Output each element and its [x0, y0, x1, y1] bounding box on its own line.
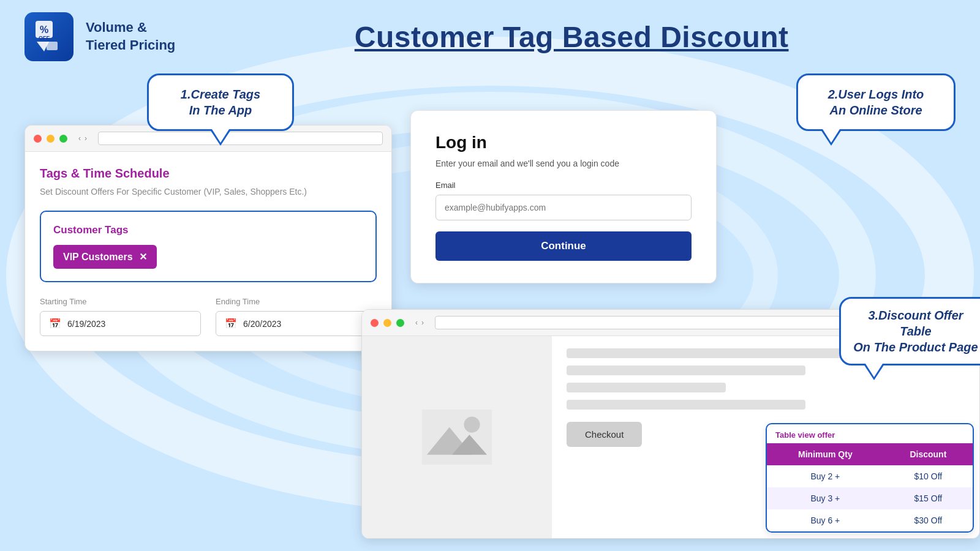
row3-qty: Buy 6 +: [767, 509, 884, 531]
table-offer-label: Table view offer: [767, 424, 973, 443]
dot-green: [59, 135, 67, 143]
row3-discount: $30 Off: [884, 509, 973, 531]
starting-time-input[interactable]: 📅 6/19/2023: [40, 311, 201, 336]
skeleton-3: [567, 383, 726, 392]
table-row: Buy 2 + $10 Off: [767, 465, 973, 487]
tag-chip-label: VIP Customers: [63, 252, 133, 263]
dot-green-2: [396, 319, 404, 327]
skeleton-4: [567, 400, 805, 410]
row2-discount: $15 Off: [884, 487, 973, 509]
col-min-qty: Minimum Qty: [767, 443, 884, 465]
tags-area: VIP Customers ✕: [53, 245, 363, 269]
starting-time-value: 6/19/2023: [67, 319, 105, 329]
row2-qty: Buy 3 +: [767, 487, 884, 509]
col-discount: Discount: [884, 443, 973, 465]
window-body: Tags & Time Schedule Set Discount Offers…: [25, 152, 391, 351]
discount-table: Minimum Qty Discount Buy 2 + $10 Off: [767, 443, 973, 531]
page-title: Customer Tag Based Discount: [187, 20, 956, 54]
ending-time-value: 6/20/2023: [243, 319, 281, 329]
app-window: ‹ › Tags & Time Schedule Set Discount Of…: [24, 125, 392, 351]
table-row: Buy 6 + $30 Off: [767, 509, 973, 531]
dot-yellow-2: [383, 319, 391, 327]
calendar-icon-end: 📅: [225, 318, 237, 329]
bubble1-text: 1.Create TagsIn The App: [166, 86, 275, 118]
starting-time-label: Starting Time: [40, 297, 201, 306]
discount-table-header: Minimum Qty Discount: [767, 443, 973, 465]
dot-red: [34, 135, 42, 143]
vip-tag-chip[interactable]: VIP Customers ✕: [53, 245, 157, 269]
logo-text: Volume & Tiered Pricing: [86, 19, 175, 54]
starting-time-field: Starting Time 📅 6/19/2023: [40, 297, 201, 336]
dot-red-2: [371, 319, 379, 327]
tag-remove-icon[interactable]: ✕: [139, 251, 147, 263]
bubble2-text: 2.User Logs IntoAn Online Store: [813, 86, 939, 118]
bubble3-text: 3.Discount Offer TableOn The Product Pag…: [853, 307, 978, 355]
nav-back-2[interactable]: ‹: [415, 318, 418, 327]
url-bar: [98, 132, 383, 145]
right-panel: 2.User Logs IntoAn Online Store Log in E…: [410, 73, 956, 551]
section-subtitle: Set Discount Offers For Specific Custome…: [40, 186, 377, 198]
ending-time-field: Ending Time 📅 6/20/2023: [216, 297, 377, 336]
login-panel: Log in Enter your email and we'll send y…: [410, 110, 717, 283]
speech-bubble-2: 2.User Logs IntoAn Online Store: [796, 73, 956, 131]
svg-point-9: [464, 416, 480, 432]
skeleton-2: [567, 365, 805, 375]
row1-qty: Buy 2 +: [767, 465, 884, 487]
checkout-button[interactable]: Checkout: [567, 422, 642, 447]
left-panel: 1.Create TagsIn The App ‹ › Tags & Time …: [24, 73, 392, 551]
section-title: Tags & Time Schedule: [40, 167, 377, 181]
nav-back[interactable]: ‹: [78, 134, 81, 143]
product-body: Checkout Table view offer Minimum Qty Di…: [362, 336, 979, 538]
svg-rect-7: [47, 42, 58, 50]
login-title: Log in: [435, 133, 692, 152]
product-right: Checkout Table view offer Minimum Qty Di…: [552, 336, 979, 538]
ending-time-label: Ending Time: [216, 297, 377, 306]
time-row: Starting Time 📅 6/19/2023 Ending Time 📅 …: [40, 297, 377, 336]
continue-button[interactable]: Continue: [435, 231, 692, 261]
svg-text:OFF: OFF: [39, 35, 50, 41]
header: % OFF Volume & Tiered Pricing Customer T…: [0, 0, 980, 73]
logo-line2: Tiered Pricing: [86, 37, 175, 54]
skeleton-1: [567, 348, 885, 358]
ending-time-input[interactable]: 📅 6/20/2023: [216, 311, 377, 336]
logo-line1: Volume &: [86, 19, 175, 37]
product-image-area: [362, 336, 552, 538]
calendar-icon-start: 📅: [49, 318, 61, 329]
customer-tags-box: Customer Tags VIP Customers ✕: [40, 211, 377, 282]
dot-yellow: [47, 135, 55, 143]
customer-tags-label: Customer Tags: [53, 224, 363, 236]
nav-forward[interactable]: ›: [85, 134, 87, 143]
bottom-window-wrap: 3.Discount Offer TableOn The Product Pag…: [361, 309, 980, 539]
window-nav: ‹ ›: [78, 134, 87, 143]
product-placeholder-image: [420, 410, 494, 465]
product-window-nav: ‹ ›: [415, 318, 424, 327]
email-input[interactable]: [435, 195, 692, 220]
table-row: Buy 3 + $15 Off: [767, 487, 973, 509]
svg-text:%: %: [40, 24, 48, 35]
nav-forward-2[interactable]: ›: [421, 318, 424, 327]
discount-table-body: Buy 2 + $10 Off Buy 3 + $15 Off: [767, 465, 973, 531]
logo: % OFF: [24, 12, 74, 61]
email-label: Email: [435, 181, 692, 190]
row1-discount: $10 Off: [884, 465, 973, 487]
discount-table-wrap: Table view offer Minimum Qty Discount: [766, 423, 974, 533]
login-subtitle: Enter your email and we'll send you a lo…: [435, 159, 692, 168]
main-area: 1.Create TagsIn The App ‹ › Tags & Time …: [0, 73, 980, 551]
speech-bubble-1: 1.Create TagsIn The App: [147, 73, 294, 131]
speech-bubble-3: 3.Discount Offer TableOn The Product Pag…: [839, 297, 980, 365]
